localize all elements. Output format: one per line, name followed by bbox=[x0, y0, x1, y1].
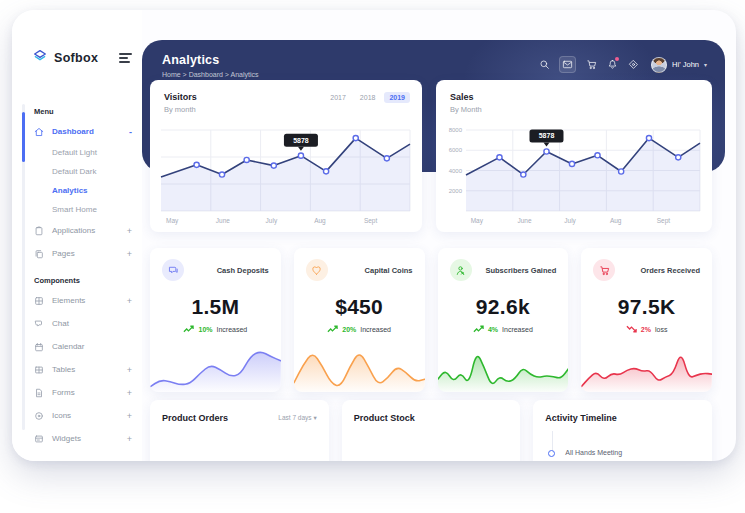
sidebar-nav: MenuDashboard-Default LightDefault DarkA… bbox=[12, 96, 142, 450]
stat-sparkline bbox=[294, 344, 425, 392]
home-icon bbox=[34, 127, 44, 137]
header-actions: Hi' John ▾ bbox=[538, 56, 707, 73]
svg-text:5878: 5878 bbox=[293, 137, 309, 144]
visitors-title: Visitors bbox=[164, 92, 197, 102]
stat-change: 10%Increased bbox=[150, 325, 281, 333]
stat-label: Subscribers Gained bbox=[485, 266, 556, 275]
sidebar-section-menu: Menu bbox=[12, 102, 142, 120]
stat-label: Orders Received bbox=[640, 266, 700, 275]
svg-text:Sept: Sept bbox=[657, 217, 671, 225]
range-select[interactable]: Last 7 days ▾ bbox=[278, 414, 316, 422]
stat-card-orders-received: Orders Received97.5K2%loss bbox=[581, 248, 712, 392]
grid-icon bbox=[34, 296, 44, 306]
visitors-card: Visitors By month 201720182019 MayJuneJu… bbox=[150, 80, 422, 232]
sales-card: Sales By Month 2000400060008000MayJuneJu… bbox=[436, 80, 712, 232]
sales-subtitle: By Month bbox=[450, 105, 482, 114]
user-icon bbox=[450, 259, 472, 281]
trend-up-icon bbox=[183, 325, 194, 333]
stat-value: 92.6k bbox=[438, 295, 569, 319]
table-icon bbox=[34, 365, 44, 375]
stat-value: 1.5M bbox=[150, 295, 281, 319]
svg-text:5878: 5878 bbox=[539, 132, 555, 139]
timeline-dot-icon bbox=[548, 450, 555, 457]
sales-chart[interactable]: 2000400060008000MayJuneJulyAugSept5878 bbox=[444, 118, 704, 226]
stat-value: 97.5K bbox=[581, 295, 712, 319]
stat-sparkline bbox=[150, 344, 281, 392]
sidebar-item-pages[interactable]: Pages+ bbox=[12, 242, 142, 265]
cart-icon bbox=[593, 259, 615, 281]
sidebar-item-dashboard[interactable]: Dashboard- bbox=[12, 120, 142, 143]
trend-up-icon bbox=[473, 325, 484, 333]
sidebar-item-chat[interactable]: Chat bbox=[12, 312, 142, 335]
user-menu[interactable]: Hi' John ▾ bbox=[651, 57, 707, 73]
chevron-down-icon: ▾ bbox=[313, 414, 316, 421]
trend-up-icon bbox=[327, 325, 338, 333]
search-icon[interactable] bbox=[538, 59, 550, 71]
pages-icon bbox=[34, 249, 44, 259]
stat-cards-row: Cash Deposits1.5M10%IncreasedCapital Coi… bbox=[150, 248, 712, 392]
calendar-icon bbox=[34, 342, 44, 352]
stat-card-capital-coins: Capital Coins$45020%Increased bbox=[294, 248, 425, 392]
stat-card-subscribers-gained: Subscribers Gained92.6k4%Increased bbox=[438, 248, 569, 392]
svg-text:8000: 8000 bbox=[449, 127, 463, 133]
cart-icon[interactable] bbox=[585, 59, 597, 71]
stat-card-cash-deposits: Cash Deposits1.5M10%Increased bbox=[150, 248, 281, 392]
notification-dot bbox=[615, 57, 620, 62]
bell-icon[interactable] bbox=[606, 59, 618, 71]
stat-sparkline bbox=[581, 344, 712, 392]
app-window: Analytics Home > Dashboard > Analytics H… bbox=[12, 10, 736, 461]
sidebar-subitem-analytics[interactable]: Analytics bbox=[12, 181, 142, 200]
svg-text:4000: 4000 bbox=[449, 168, 463, 174]
product-stock-card: Product Stock bbox=[342, 400, 521, 461]
sidebar-item-widgets[interactable]: Widgets+ bbox=[12, 427, 142, 450]
stat-change: 20%Increased bbox=[294, 325, 425, 333]
trend-down-icon bbox=[626, 325, 637, 333]
year-tab-2019[interactable]: 2019 bbox=[384, 92, 410, 103]
chevron-down-icon: ▾ bbox=[704, 61, 707, 68]
svg-text:Aug: Aug bbox=[610, 217, 622, 225]
activity-timeline-title: Activity Timeline bbox=[545, 413, 616, 423]
visitors-subtitle: By month bbox=[164, 105, 197, 114]
heart-icon bbox=[306, 259, 328, 281]
sidebar-item-applications[interactable]: Applications+ bbox=[12, 219, 142, 242]
sidebar-item-icons[interactable]: Icons+ bbox=[12, 404, 142, 427]
svg-text:June: June bbox=[216, 217, 230, 224]
sidebar: Sofbox MenuDashboard-Default LightDefaul… bbox=[12, 10, 142, 461]
mail-icon[interactable] bbox=[559, 56, 576, 73]
year-tab-2018[interactable]: 2018 bbox=[355, 92, 381, 103]
chat-bubble-icon bbox=[162, 259, 184, 281]
sidebar-item-forms[interactable]: Forms+ bbox=[12, 381, 142, 404]
sofbox-logo-icon bbox=[32, 48, 48, 68]
timeline-item[interactable]: All Hands Meeting bbox=[545, 449, 700, 456]
sales-title: Sales bbox=[450, 92, 482, 102]
svg-text:July: July bbox=[564, 217, 576, 225]
sidebar-subitem-default-dark[interactable]: Default Dark bbox=[12, 162, 142, 181]
sidebar-item-calendar[interactable]: Calendar bbox=[12, 335, 142, 358]
sidebar-subitem-default-light[interactable]: Default Light bbox=[12, 143, 142, 162]
activity-timeline-card: Activity Timeline All Hands Meeting bbox=[533, 400, 712, 461]
logo-text: Sofbox bbox=[54, 51, 113, 65]
visitors-chart[interactable]: MayJuneJulyAugSept5878 bbox=[158, 118, 414, 226]
stat-value: $450 bbox=[294, 295, 425, 319]
stat-sparkline bbox=[438, 344, 569, 392]
product-stock-title: Product Stock bbox=[354, 413, 415, 423]
sidebar-toggle-icon[interactable] bbox=[119, 51, 132, 65]
svg-text:Aug: Aug bbox=[314, 217, 326, 225]
svg-text:Sept: Sept bbox=[364, 217, 378, 225]
focus-icon[interactable] bbox=[627, 59, 639, 71]
sidebar-section-components: Components bbox=[12, 271, 142, 289]
sidebar-item-elements[interactable]: Elements+ bbox=[12, 289, 142, 312]
avatar[interactable] bbox=[651, 57, 667, 73]
year-tab-2017[interactable]: 2017 bbox=[325, 92, 351, 103]
stat-change: 2%loss bbox=[581, 325, 712, 333]
bottom-cards-row: Product Orders Last 7 days ▾ Product Sto… bbox=[150, 400, 712, 461]
sidebar-subitem-smart-home[interactable]: Smart Home bbox=[12, 200, 142, 219]
sidebar-item-tables[interactable]: Tables+ bbox=[12, 358, 142, 381]
svg-text:6000: 6000 bbox=[449, 147, 463, 153]
svg-text:June: June bbox=[517, 217, 531, 224]
stat-label: Capital Coins bbox=[365, 266, 413, 275]
clipboard-icon bbox=[34, 226, 44, 236]
file-icon bbox=[34, 388, 44, 398]
user-name: Hi' John bbox=[672, 60, 699, 69]
product-orders-title: Product Orders bbox=[162, 413, 228, 423]
